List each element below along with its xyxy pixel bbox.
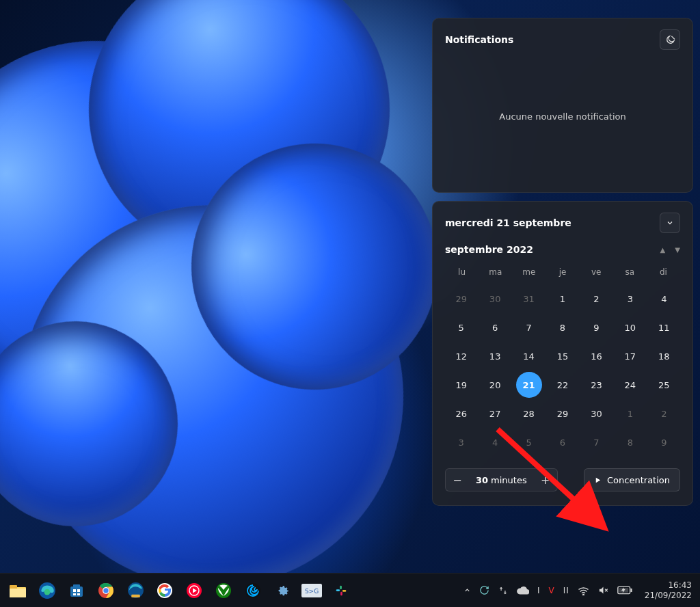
collapse-calendar-button[interactable] <box>660 213 680 233</box>
battery-icon <box>617 586 632 595</box>
tray-volume-icon[interactable] <box>597 585 609 595</box>
slack-logo-icon <box>334 583 349 598</box>
calendar-day[interactable]: 16 <box>580 342 612 370</box>
edge-canary-icon[interactable] <box>122 577 149 604</box>
tray-network-transfer-icon[interactable] <box>498 586 509 595</box>
calendar-day[interactable]: 11 <box>648 314 680 341</box>
calendar-day[interactable]: 4 <box>479 429 511 456</box>
calendar-day[interactable]: 3 <box>614 285 646 312</box>
calendar-day[interactable]: 15 <box>546 342 578 370</box>
xbox-icon[interactable] <box>210 577 237 604</box>
calendar-day[interactable]: 3 <box>445 429 477 456</box>
decrease-duration-button[interactable]: − <box>448 471 466 489</box>
calendar-day[interactable]: 5 <box>513 429 545 456</box>
microsoft-store-icon[interactable] <box>63 577 90 604</box>
yt-music-icon <box>186 582 202 599</box>
calendar-day[interactable]: 10 <box>614 314 646 341</box>
settings-icon[interactable] <box>269 577 296 604</box>
calendar-weekday: ve <box>580 265 613 280</box>
calendar-day[interactable]: 22 <box>546 371 578 399</box>
calendar-day[interactable]: 8 <box>614 429 646 456</box>
calendar-day[interactable]: 29 <box>445 285 477 312</box>
calendar-day[interactable]: 30 <box>580 400 612 427</box>
taskbar-clock[interactable]: 16:43 21/09/2022 <box>641 580 696 600</box>
svg-point-16 <box>103 588 108 593</box>
transfer-icon <box>498 586 509 595</box>
ubisoft-icon[interactable] <box>239 577 267 604</box>
calendar-day[interactable]: 20 <box>479 371 511 399</box>
calendar-day[interactable]: 9 <box>580 314 612 341</box>
sharex-icon[interactable]: S>G <box>298 577 325 604</box>
calendar-day[interactable]: 4 <box>648 285 680 312</box>
svg-rect-30 <box>340 591 342 595</box>
calendar-day[interactable]: 2 <box>580 285 612 312</box>
calendar-day[interactable]: 29 <box>546 400 578 427</box>
capture-icon: S>G <box>301 584 322 597</box>
calendar-day-today[interactable]: 21 <box>516 372 542 398</box>
svg-rect-13 <box>77 593 80 595</box>
calendar-day[interactable]: 14 <box>513 342 545 370</box>
calendar-day[interactable]: 8 <box>546 314 578 341</box>
notifications-empty-text: Aucune nouvelle notification <box>445 53 680 180</box>
tray-onedrive-icon[interactable] <box>517 586 529 595</box>
calendar-day[interactable]: 28 <box>513 400 545 427</box>
tray-sync-icon[interactable] <box>479 585 489 595</box>
svg-marker-1 <box>596 477 600 482</box>
calendar-day[interactable]: 7 <box>580 429 612 456</box>
svg-rect-29 <box>342 590 347 592</box>
increase-duration-button[interactable]: + <box>537 471 554 489</box>
calendar-day[interactable]: 27 <box>479 400 511 427</box>
calendar-day[interactable]: 13 <box>479 342 511 370</box>
calendar-day[interactable]: 24 <box>614 371 646 399</box>
calendar-day[interactable]: 30 <box>479 285 511 312</box>
calendar-day[interactable]: 9 <box>648 429 680 456</box>
focus-duration-value: 30 <box>476 475 488 485</box>
tray-language-indicator[interactable]: IVII <box>537 586 569 595</box>
tray-overflow-button[interactable] <box>463 586 471 594</box>
calendar-day[interactable]: 19 <box>445 371 477 399</box>
svg-rect-11 <box>77 589 80 592</box>
next-month-button[interactable]: ▼ <box>675 246 680 254</box>
file-explorer-icon[interactable] <box>4 577 31 604</box>
calendar-day[interactable]: 12 <box>445 342 477 370</box>
chrome-logo-icon <box>98 582 114 599</box>
edge-logo-icon <box>38 582 56 599</box>
calendar-day[interactable]: 1 <box>614 400 646 427</box>
edge-icon[interactable] <box>33 577 61 604</box>
svg-point-31 <box>582 594 584 595</box>
calendar-day[interactable]: 23 <box>580 371 612 399</box>
calendar-day[interactable]: 6 <box>479 314 511 341</box>
focus-duration-stepper[interactable]: − 30 minutes + <box>445 468 558 491</box>
taskbar-date: 21/09/2022 <box>645 591 692 600</box>
concentration-button[interactable]: Concentration <box>584 468 680 491</box>
calendar-day[interactable]: 17 <box>614 342 646 370</box>
concentration-label: Concentration <box>607 475 670 485</box>
calendar-day[interactable]: 18 <box>648 342 680 370</box>
svg-marker-32 <box>600 587 604 594</box>
calendar-weekday: ma <box>479 265 512 280</box>
svg-text:S>G: S>G <box>305 588 319 595</box>
calendar-day[interactable]: 6 <box>546 429 578 456</box>
calendar-day[interactable]: 25 <box>648 371 680 399</box>
tray-wifi-icon[interactable] <box>578 586 589 595</box>
prev-month-button[interactable]: ▲ <box>660 246 666 254</box>
svg-rect-12 <box>73 593 76 595</box>
calendar-weekday-row: lumamejevesadi <box>445 265 680 280</box>
calendar-day[interactable]: 7 <box>513 314 545 341</box>
youtube-music-icon[interactable] <box>180 577 208 604</box>
google-logo-icon <box>157 582 173 599</box>
calendar-day[interactable]: 5 <box>445 314 477 341</box>
calendar-day[interactable]: 1 <box>546 285 578 312</box>
calendar-day[interactable]: 26 <box>445 400 477 427</box>
chrome-icon[interactable] <box>92 577 120 604</box>
calendar-day[interactable]: 2 <box>648 400 680 427</box>
calendar-day[interactable]: 31 <box>513 285 545 312</box>
calendar-weekday: lu <box>445 265 479 280</box>
calendar-month-label[interactable]: septembre 2022 <box>445 244 533 255</box>
svg-rect-28 <box>340 585 342 589</box>
do-not-disturb-button[interactable] <box>660 29 680 50</box>
google-icon[interactable] <box>151 577 178 604</box>
tray-battery-icon[interactable] <box>617 586 632 595</box>
calendar-weekday: je <box>546 265 579 280</box>
slack-icon[interactable] <box>327 577 355 604</box>
